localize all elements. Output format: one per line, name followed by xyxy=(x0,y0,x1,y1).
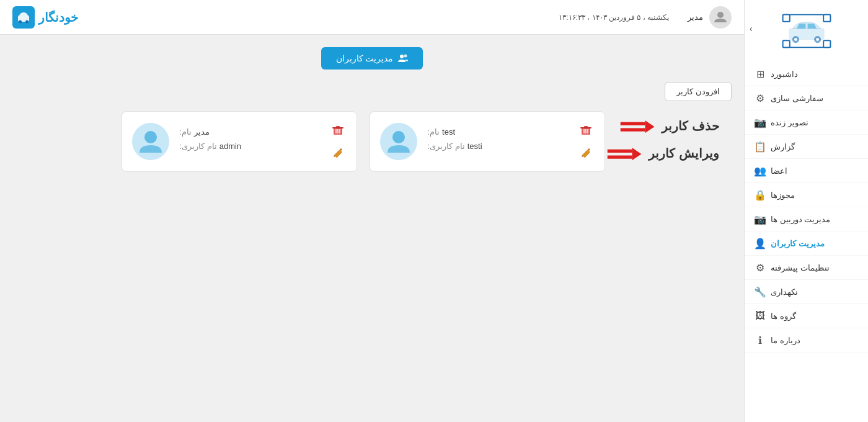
sidebar-menu: داشبورد⊞سفارشی سازی⚙تصویر زنده📷گزارش📋اعض… xyxy=(745,62,868,422)
sidebar-item-label: اعضا xyxy=(771,166,787,176)
user-name-field: مدیر نام: xyxy=(179,127,314,137)
delete-user-button[interactable] xyxy=(329,122,347,139)
order-setup-icon: ⚙ xyxy=(755,92,766,104)
edit-arrow xyxy=(605,145,642,162)
licenses-icon: 🔒 xyxy=(755,189,766,200)
logo-part1: خود xyxy=(59,11,78,24)
delete-user-button[interactable] xyxy=(577,122,595,139)
user-avatar xyxy=(709,6,732,29)
sidebar-item-label: مدیریت کاربران xyxy=(771,239,825,248)
advanced-settings-icon: ⚙ xyxy=(755,262,766,273)
trash-icon xyxy=(580,125,591,136)
user-username-value: testi xyxy=(467,141,482,151)
sidebar-item-maintenance[interactable]: نکهداری🔧 xyxy=(745,280,868,304)
header-left: مدیر یکشنبه ، ۵ فروردین ۱۴۰۳ ، ۱۳:۱۶:۳۳ xyxy=(559,6,732,29)
annotation-area: حذف کاربر ویرایش کاربر xyxy=(605,111,719,162)
svg-marker-22 xyxy=(632,148,642,160)
svg-marker-19 xyxy=(645,120,655,133)
user-username-field: testi نام کاربری: xyxy=(427,141,562,151)
camera-mgmt-icon: 📷 xyxy=(755,213,766,225)
sidebar-item-order-setup[interactable]: سفارشی سازی⚙ xyxy=(745,86,868,110)
user-card-actions xyxy=(577,122,595,161)
user-avatar-icon xyxy=(385,128,412,155)
logo-text: خودنگار xyxy=(38,10,78,25)
header-logo: خودنگار xyxy=(12,6,78,29)
user-avatar-icon xyxy=(137,128,164,155)
about-icon: ℹ xyxy=(755,334,766,346)
sidebar-item-about[interactable]: درباره ماℹ xyxy=(745,328,868,352)
user-name-label: نام: xyxy=(427,127,440,137)
user-card-actions xyxy=(329,122,347,161)
sidebar-item-label: داشبورد xyxy=(771,70,798,79)
svg-rect-0 xyxy=(782,15,789,22)
sidebar-item-label: گروه ها xyxy=(771,312,796,321)
sidebar-item-groups[interactable]: گروه ها🖼 xyxy=(745,304,868,328)
edit-icon xyxy=(332,147,343,158)
sidebar-item-reports[interactable]: گزارش📋 xyxy=(745,135,868,159)
svg-point-29 xyxy=(392,131,405,143)
delete-arrow xyxy=(618,117,655,135)
svg-point-36 xyxy=(144,131,157,143)
add-user-row: افزودن کاربر xyxy=(12,82,732,101)
sidebar-item-dashboard[interactable]: داشبورد⊞ xyxy=(745,62,868,86)
sidebar-car-area: › xyxy=(745,6,868,56)
svg-point-13 xyxy=(19,20,22,23)
user-avatar-big xyxy=(380,123,417,160)
sidebar-item-user-mgmt[interactable]: مدیریت کاربران👤 xyxy=(745,231,868,256)
sidebar-item-live-view[interactable]: تصویر زنده📷 xyxy=(745,110,868,135)
sidebar-item-members[interactable]: اعضا👥 xyxy=(745,159,868,183)
users-icon xyxy=(398,53,408,63)
logo-car-icon xyxy=(17,11,30,24)
users-area: حذف کاربر ویرایش کاربر xyxy=(12,111,732,172)
sidebar-item-label: مدیریت دوربین ها xyxy=(771,215,830,224)
sidebar-item-licenses[interactable]: مجوزها🔒 xyxy=(745,183,868,207)
svg-point-8 xyxy=(794,38,797,41)
trash-icon xyxy=(332,125,343,136)
user-name-value: test xyxy=(442,127,455,137)
user-name-field: test نام: xyxy=(427,127,562,137)
users-grid: test نام: testi نام کاربری: xyxy=(12,111,605,172)
edit-icon xyxy=(580,147,591,158)
logo-part2: نگار xyxy=(38,11,59,24)
sidebar-item-advanced-settings[interactable]: تنظیمات پیشرفته⚙ xyxy=(745,256,868,280)
right-sidebar: › داشبورد⊞سفارشی سازی⚙تصویر زنده📷گزارش📋ا… xyxy=(744,0,868,422)
main-content: مدیر یکشنبه ، ۵ فروردین ۱۴۰۳ ، ۱۳:۱۶:۳۳ … xyxy=(0,0,744,422)
header-datetime: یکشنبه ، ۵ فروردین ۱۴۰۳ ، ۱۳:۱۶:۳۳ xyxy=(559,13,669,22)
svg-point-15 xyxy=(400,55,404,58)
user-avatar-icon xyxy=(713,10,728,25)
edit-user-button[interactable] xyxy=(577,144,595,161)
car-icon xyxy=(782,12,831,50)
user-name-label: نام: xyxy=(179,127,192,137)
sidebar-item-camera-mgmt[interactable]: مدیریت دوربین ها📷 xyxy=(745,207,868,231)
sidebar-item-label: گزارش xyxy=(771,142,795,151)
live-view-icon: 📷 xyxy=(755,117,766,128)
user-username-value: admin xyxy=(219,141,241,151)
svg-point-16 xyxy=(404,55,407,58)
annotation-delete: حذف کاربر xyxy=(605,117,719,135)
annotation-delete-text: حذف کاربر xyxy=(662,119,719,133)
manage-users-button[interactable]: مدیریت کاربران xyxy=(321,47,423,70)
sidebar-collapse-button[interactable]: › xyxy=(750,24,753,34)
groups-icon: 🖼 xyxy=(755,310,766,321)
add-user-button[interactable]: افزودن کاربر xyxy=(665,82,732,101)
svg-point-11 xyxy=(717,12,724,18)
user-username-field: admin نام کاربری: xyxy=(179,141,314,151)
sidebar-item-label: تنظیمات پیشرفته xyxy=(771,263,830,272)
svg-rect-32 xyxy=(332,127,343,128)
annotation-edit-text: ویرایش کاربر xyxy=(649,146,719,161)
dashboard-icon: ⊞ xyxy=(755,68,766,79)
svg-rect-5 xyxy=(823,40,830,47)
svg-point-14 xyxy=(25,20,29,23)
user-card-info: مدیر نام: admin نام کاربری: xyxy=(179,127,314,156)
user-username-label: نام کاربری: xyxy=(179,141,216,151)
members-icon: 👥 xyxy=(755,165,766,176)
page-toolbar: مدیریت کاربران xyxy=(12,47,732,70)
user-card-user-1: test نام: testi نام کاربری: xyxy=(370,111,605,172)
annotation-edit: ویرایش کاربر xyxy=(605,145,719,162)
user-avatar-big xyxy=(132,123,169,160)
edit-user-button[interactable] xyxy=(329,144,347,161)
svg-rect-2 xyxy=(823,15,830,22)
top-header: مدیر یکشنبه ، ۵ فروردین ۱۴۰۳ ، ۱۳:۱۶:۳۳ … xyxy=(0,0,744,35)
svg-point-10 xyxy=(816,38,819,41)
reports-icon: 📋 xyxy=(755,141,766,152)
